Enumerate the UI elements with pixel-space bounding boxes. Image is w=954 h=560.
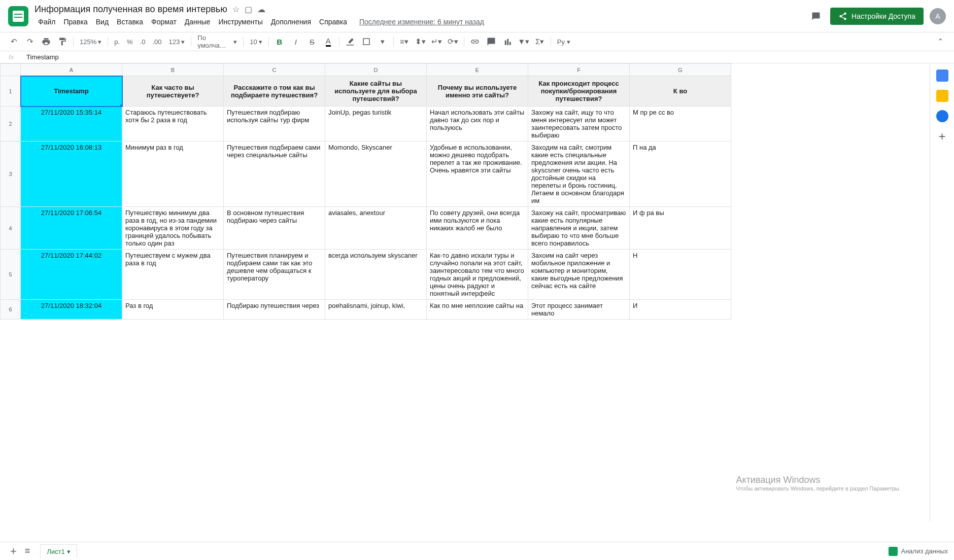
wrap-button[interactable]: ↵▾ bbox=[429, 34, 445, 49]
cell-c2[interactable]: Путешествия подбираю используя сайты тур… bbox=[224, 107, 325, 142]
font-select[interactable]: По умолча… ▾ bbox=[194, 34, 240, 49]
row-header-6[interactable]: 6 bbox=[1, 300, 21, 320]
merge-button[interactable]: ▾ bbox=[375, 34, 390, 49]
input-method[interactable]: Ру ▾ bbox=[554, 34, 573, 49]
font-size[interactable]: 10 ▾ bbox=[247, 34, 265, 49]
cell-a6[interactable]: 27/11/2020 18:32:04 bbox=[21, 300, 122, 320]
cell-a4[interactable]: 27/11/2020 17:06:54 bbox=[21, 207, 122, 250]
last-edit-link[interactable]: Последнее изменение: 6 минут назад bbox=[356, 16, 488, 28]
cell-d4[interactable]: aviasales, anextour bbox=[325, 207, 427, 250]
menu-help[interactable]: Справка bbox=[316, 16, 351, 28]
fill-color-button[interactable] bbox=[343, 34, 358, 49]
bold-button[interactable]: B bbox=[272, 34, 287, 49]
row-header-3[interactable]: 3 bbox=[1, 142, 21, 207]
move-icon[interactable]: ▢ bbox=[245, 5, 252, 14]
cell-d5[interactable]: всегда используем skyscaner bbox=[325, 250, 427, 300]
row-header-1[interactable]: 1 bbox=[1, 76, 21, 107]
menu-data[interactable]: Данные bbox=[181, 16, 214, 28]
italic-button[interactable]: I bbox=[288, 34, 303, 49]
select-all-corner[interactable] bbox=[1, 64, 21, 76]
currency-format[interactable]: р. bbox=[111, 34, 123, 49]
star-icon[interactable]: ☆ bbox=[232, 5, 240, 14]
text-color-button[interactable]: A bbox=[321, 34, 336, 49]
row-header-4[interactable]: 4 bbox=[1, 207, 21, 250]
cell-b5[interactable]: Путешествуем с мужем два раза в год bbox=[122, 250, 224, 300]
cell-d1[interactable]: Какие сайты вы используете для выбора пу… bbox=[325, 76, 427, 107]
cell-c4[interactable]: В основном путешествия подбираю через са… bbox=[224, 207, 325, 250]
cell-a1[interactable]: Timestamp bbox=[21, 76, 122, 107]
col-header-c[interactable]: C bbox=[224, 64, 325, 76]
cell-f5[interactable]: Захоим на сайт через мобильное приложени… bbox=[528, 250, 630, 300]
col-header-f[interactable]: F bbox=[528, 64, 630, 76]
cell-a5[interactable]: 27/11/2020 17:44:02 bbox=[21, 250, 122, 300]
functions-button[interactable]: Σ▾ bbox=[532, 34, 548, 49]
redo-button[interactable]: ↷ bbox=[22, 34, 38, 49]
col-header-g[interactable]: G bbox=[630, 64, 731, 76]
percent-format[interactable]: % bbox=[124, 34, 136, 49]
calendar-icon[interactable] bbox=[936, 69, 948, 82]
cell-f1[interactable]: Как происходит процесс покупки/бронирова… bbox=[528, 76, 630, 107]
comment-button[interactable] bbox=[484, 34, 499, 49]
cell-g1[interactable]: К во bbox=[630, 76, 731, 107]
cell-d2[interactable]: JoinUp, pegas turistik bbox=[325, 107, 427, 142]
comments-button[interactable] bbox=[808, 8, 824, 24]
halign-button[interactable]: ≡▾ bbox=[397, 34, 412, 49]
zoom-select[interactable]: 125% ▾ bbox=[77, 34, 105, 49]
borders-button[interactable] bbox=[359, 34, 374, 49]
cell-a3[interactable]: 27/11/2020 16:08:13 bbox=[21, 142, 122, 207]
cell-e6[interactable]: Как по мне неплохие сайты на bbox=[427, 300, 528, 320]
decrease-decimal[interactable]: .0 bbox=[137, 34, 149, 49]
link-button[interactable] bbox=[467, 34, 483, 49]
cell-f6[interactable]: Этот процесс занимает немало bbox=[528, 300, 630, 320]
cell-c1[interactable]: Расскажите о том как вы подбираете путеш… bbox=[224, 76, 325, 107]
menu-file[interactable]: Файл bbox=[35, 16, 59, 28]
cell-d3[interactable]: Momondo, Skyscaner bbox=[325, 142, 427, 207]
strike-button[interactable]: S bbox=[304, 34, 320, 49]
sheets-logo[interactable] bbox=[8, 6, 28, 26]
cell-d6[interactable]: poehalisnami, joinup, kiwi, bbox=[325, 300, 427, 320]
menu-edit[interactable]: Правка bbox=[60, 16, 91, 28]
increase-decimal[interactable]: .00 bbox=[150, 34, 165, 49]
cell-b2[interactable]: Стараюсь путешествовать хотя бы 2 раза в… bbox=[122, 107, 224, 142]
tasks-icon[interactable] bbox=[936, 110, 948, 122]
doc-title[interactable]: Информация полученная во время интервью bbox=[35, 4, 227, 15]
add-addon-icon[interactable]: + bbox=[936, 130, 948, 143]
cell-e3[interactable]: Удобные в использовании, можно дешево по… bbox=[427, 142, 528, 207]
cell-f2[interactable]: Захожу на сайт, ищу то что меня интересу… bbox=[528, 107, 630, 142]
cell-g4[interactable]: И ф ра вы bbox=[630, 207, 731, 250]
cell-g5[interactable]: Н bbox=[630, 250, 731, 300]
menu-view[interactable]: Вид bbox=[92, 16, 112, 28]
cell-b3[interactable]: Минимум раз в год bbox=[122, 142, 224, 207]
cell-e1[interactable]: Почему вы используете именно эти сайты? bbox=[427, 76, 528, 107]
filter-button[interactable]: ▼▾ bbox=[516, 34, 531, 49]
cell-f4[interactable]: Захожу на сайт, просматриваю какие есть … bbox=[528, 207, 630, 250]
cell-g2[interactable]: М пр ре сс во bbox=[630, 107, 731, 142]
row-header-5[interactable]: 5 bbox=[1, 250, 21, 300]
collapse-toolbar[interactable]: ⌃ bbox=[933, 34, 948, 49]
cloud-icon[interactable]: ☁ bbox=[257, 5, 265, 14]
row-header-2[interactable]: 2 bbox=[1, 107, 21, 142]
col-header-a[interactable]: A bbox=[21, 64, 122, 76]
share-button[interactable]: Настройки Доступа bbox=[830, 8, 924, 25]
cell-f3[interactable]: Заходим на сайт, смотрим какие есть спец… bbox=[528, 142, 630, 207]
undo-button[interactable]: ↶ bbox=[6, 34, 21, 49]
cell-g3[interactable]: П на да bbox=[630, 142, 731, 207]
col-header-e[interactable]: E bbox=[427, 64, 528, 76]
col-header-b[interactable]: B bbox=[122, 64, 224, 76]
cell-b1[interactable]: Как часто вы путешествуете? bbox=[122, 76, 224, 107]
cell-g6[interactable]: И bbox=[630, 300, 731, 320]
menu-insert[interactable]: Вставка bbox=[113, 16, 147, 28]
cell-a2[interactable]: 27/11/2020 15:35:14 bbox=[21, 107, 122, 142]
cell-b4[interactable]: Путешествую минимум два раза в год, но и… bbox=[122, 207, 224, 250]
cell-e2[interactable]: Начал использовать эти сайты давно так д… bbox=[427, 107, 528, 142]
account-avatar[interactable]: A bbox=[930, 8, 946, 24]
cell-c6[interactable]: Подбираю путешествия через bbox=[224, 300, 325, 320]
chart-button[interactable] bbox=[500, 34, 515, 49]
print-button[interactable] bbox=[39, 34, 54, 49]
spreadsheet-grid[interactable]: A B C D E F G 1 Timestamp Как часто вы п… bbox=[0, 63, 930, 522]
keep-icon[interactable] bbox=[936, 90, 948, 102]
cell-e5[interactable]: Как-то давно искали туры и случайно попа… bbox=[427, 250, 528, 300]
rotate-button[interactable]: ⟳▾ bbox=[446, 34, 461, 49]
menu-tools[interactable]: Инструменты bbox=[215, 16, 266, 28]
menu-format[interactable]: Формат bbox=[148, 16, 180, 28]
